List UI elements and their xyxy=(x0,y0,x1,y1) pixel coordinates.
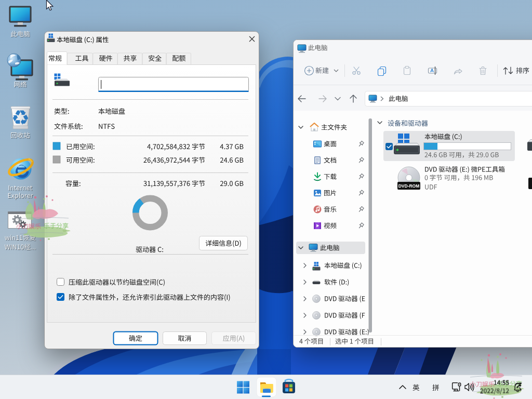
svg-text:DVD-ROM: DVD-ROM xyxy=(398,183,420,189)
